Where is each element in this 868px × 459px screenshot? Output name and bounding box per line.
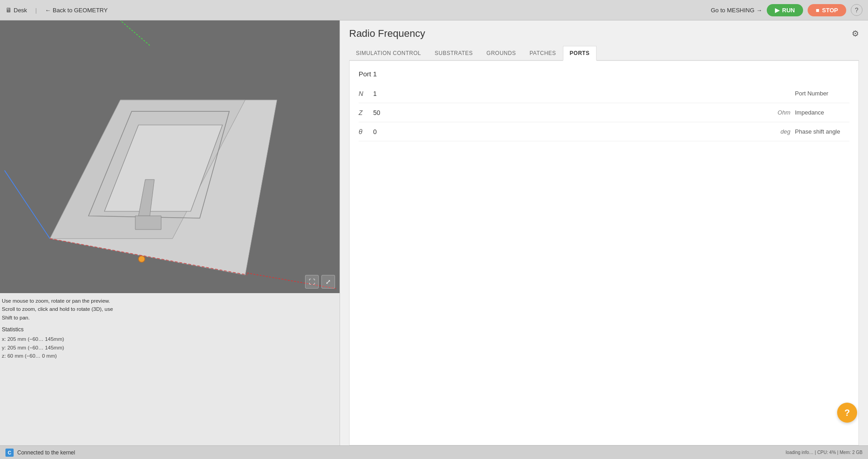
tab-patches[interactable]: PATCHES xyxy=(523,46,562,60)
nav-separator: | xyxy=(35,7,37,14)
port-field-z: Z Ohm Impedance xyxy=(359,103,849,122)
port-field-n: N Port Number xyxy=(359,84,849,103)
settings-gear-button[interactable]: ⚙ xyxy=(852,29,859,39)
stop-button[interactable]: ■ STOP xyxy=(808,4,846,16)
stop-label: STOP xyxy=(822,7,838,14)
stat-y: y: 205 mm (−60… 145mm) xyxy=(2,344,338,352)
tab-ports-label: PORTS xyxy=(570,50,590,56)
help-float-button[interactable]: ? xyxy=(837,403,857,423)
back-to-geometry-label: Back to GEOMETRY xyxy=(53,7,108,14)
svg-marker-9 xyxy=(135,216,161,230)
statusbar: C Connected to the kernel loading info… … xyxy=(0,445,868,459)
phase-shift-input[interactable] xyxy=(371,127,777,136)
go-to-meshing-link[interactable]: Go to MESHING → xyxy=(711,7,762,14)
stats-section: Statistics x: 205 mm (−60… 145mm) y: 205… xyxy=(2,325,338,360)
tab-content-ports: Port 1 N Port Number Z Ohm Impedance θ d… xyxy=(349,61,859,445)
field-unit-theta: deg xyxy=(777,128,790,135)
stat-x: x: 205 mm (−60… 145mm) xyxy=(2,335,338,343)
help-button[interactable]: ? xyxy=(851,4,863,16)
desk-link[interactable]: 🖥 Desk xyxy=(5,6,27,14)
help-icon: ? xyxy=(855,6,858,14)
impedance-input[interactable] xyxy=(371,108,777,117)
panel-header: Radio Frequency ⚙ xyxy=(349,28,859,40)
statusbar-right: loading info… | CPU: 4% | Mem: 2 GB xyxy=(786,450,863,455)
field-symbol-n: N xyxy=(359,90,371,97)
stop-square-icon: ■ xyxy=(816,7,819,14)
status-icon-label: C xyxy=(8,450,11,455)
back-arrow-icon: ← xyxy=(45,7,51,14)
stat-z: z: 60 mm (−60… 0 mm) xyxy=(2,352,338,360)
field-unit-z: Ohm xyxy=(777,109,790,116)
status-text: Connected to the kernel xyxy=(17,449,75,456)
fit-view-button[interactable]: ⛶ xyxy=(305,275,319,289)
gear-icon: ⚙ xyxy=(852,29,859,38)
statusbar-left: C Connected to the kernel xyxy=(5,449,75,457)
run-button[interactable]: ▶ RUN xyxy=(767,4,803,16)
hint-line-1: Use mouse to zoom, rotate or pan the pre… xyxy=(2,297,338,305)
run-label: RUN xyxy=(782,7,795,14)
tab-patches-label: PATCHES xyxy=(529,50,556,56)
hint-line-3: Shift to pan. xyxy=(2,314,338,322)
navbar-left: 🖥 Desk | ← Back to GEOMETRY xyxy=(5,6,108,14)
expand-view-icon: ⤢ xyxy=(326,278,331,285)
port-number-input[interactable] xyxy=(371,89,777,98)
port-title: Port 1 xyxy=(359,70,849,78)
main-layout: ⛶ ⤢ Use mouse to zoom, rotate or pan the… xyxy=(0,20,868,445)
right-panel: Radio Frequency ⚙ SIMULATION CONTROL SUB… xyxy=(340,20,868,445)
back-to-geometry-link[interactable]: ← Back to GEOMETRY xyxy=(45,7,108,14)
statusbar-right-info: loading info… | CPU: 4% | Mem: 2 GB xyxy=(786,450,863,455)
stats-title: Statistics xyxy=(2,325,338,334)
desk-label: Desk xyxy=(14,7,27,14)
expand-view-button[interactable]: ⤢ xyxy=(321,275,335,289)
field-label-z: Impedance xyxy=(795,109,849,116)
hint-line-2: Scroll to zoom, click and hold to rotate… xyxy=(2,305,338,313)
navbar: 🖥 Desk | ← Back to GEOMETRY Go to MESHIN… xyxy=(0,0,868,20)
tab-grounds[interactable]: GROUNDS xyxy=(480,46,523,60)
forward-arrow-icon: → xyxy=(756,7,762,14)
go-to-meshing-label: Go to MESHING xyxy=(711,7,755,14)
fit-view-icon: ⛶ xyxy=(309,278,315,285)
field-symbol-z: Z xyxy=(359,109,371,116)
port-field-theta: θ deg Phase shift angle xyxy=(359,122,849,141)
field-label-n: Port Number xyxy=(795,90,849,97)
tab-grounds-label: GROUNDS xyxy=(487,50,516,56)
viewport-info: Use mouse to zoom, rotate or pan the pre… xyxy=(0,293,340,362)
panel-title: Radio Frequency xyxy=(349,28,425,40)
help-float-icon: ? xyxy=(844,408,850,418)
field-label-theta: Phase shift angle xyxy=(795,128,849,135)
viewport-controls: ⛶ ⤢ xyxy=(305,275,335,289)
field-symbol-theta: θ xyxy=(359,128,371,135)
status-icon: C xyxy=(5,449,14,457)
tab-simulation-control-label: SIMULATION CONTROL xyxy=(356,50,421,56)
desk-icon: 🖥 xyxy=(5,6,12,14)
tab-substrates[interactable]: SUBSTRATES xyxy=(428,46,479,60)
navbar-right: Go to MESHING → ▶ RUN ■ STOP ? xyxy=(711,4,863,16)
tabs: SIMULATION CONTROL SUBSTRATES GROUNDS PA… xyxy=(349,46,859,61)
run-triangle-icon: ▶ xyxy=(775,7,779,14)
viewport-panel: ⛶ ⤢ Use mouse to zoom, rotate or pan the… xyxy=(0,20,340,445)
tab-ports[interactable]: PORTS xyxy=(563,46,597,61)
3d-viewport[interactable]: ⛶ ⤢ xyxy=(0,20,340,293)
scene-svg xyxy=(0,20,340,293)
tab-simulation-control[interactable]: SIMULATION CONTROL xyxy=(349,46,428,60)
tab-substrates-label: SUBSTRATES xyxy=(434,50,473,56)
svg-point-10 xyxy=(138,256,145,262)
